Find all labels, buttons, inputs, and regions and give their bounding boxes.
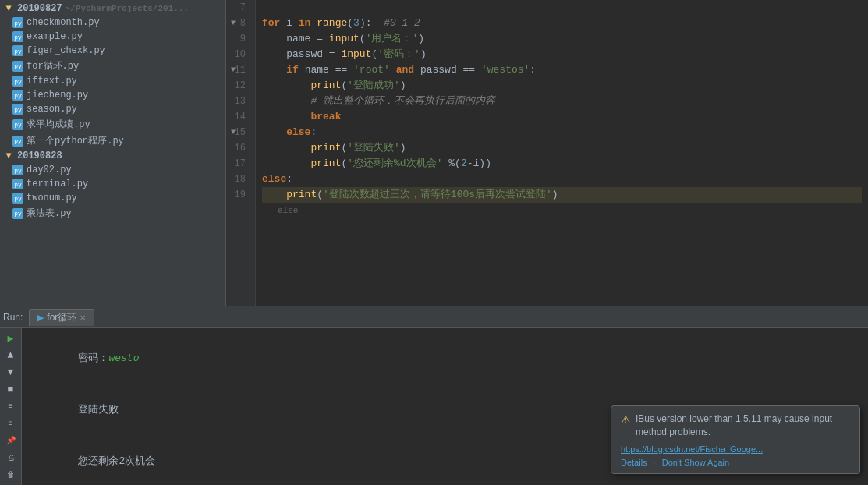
file-label: iftext.py	[27, 76, 77, 87]
line-num-9: 9	[232, 31, 249, 47]
file-label: figer_chexk.py	[27, 45, 105, 56]
folder-open-icon: ▼	[3, 150, 14, 161]
sidebar-item-first-python[interactable]: py 第一个python程序.py	[0, 133, 225, 149]
code-line-14: break	[262, 109, 862, 125]
file-label: checkmonth.py	[27, 17, 100, 28]
folder-20190828[interactable]: ▼ 20190828	[0, 149, 225, 163]
code-line-12: print('登陆成功')	[262, 78, 862, 94]
folder-20190827[interactable]: ▼ 20190827 ~/PycharmProjects/201...	[0, 2, 225, 16]
code-line-7	[262, 0, 862, 16]
run-toolbar: ▶ ▲ ▼ ■ ≡ ≡ 📌 🖨 🗑	[0, 328, 22, 485]
code-line-10: passwd = input('密码：')	[262, 47, 862, 62]
line-num-19: 19	[232, 187, 249, 203]
python-file-icon: py	[12, 136, 23, 147]
notification-header: ⚠ IBus version lower than 1.5.11 may cau…	[621, 412, 850, 439]
line-numbers: 7 ▼ 8 9 10 ▼ 11 12 13 14 ▼ 15 16	[226, 0, 256, 306]
sidebar-item-jiecheng[interactable]: py jiecheng.py	[0, 88, 225, 102]
code-lines: for i in range(3): #0 1 2 name = input('…	[256, 0, 868, 306]
folder-path: ~/PycharmProjects/201...	[66, 4, 189, 13]
file-label: twonum.py	[27, 193, 77, 204]
python-file-icon: py	[12, 31, 23, 42]
code-line-9: name = input('用户名：')	[262, 31, 862, 47]
details-button[interactable]: Details	[621, 458, 647, 467]
python-file-icon: py	[12, 104, 23, 115]
notification-popup: ⚠ IBus version lower than 1.5.11 may cau…	[611, 405, 860, 474]
notification-actions: Details · Don't Show Again	[621, 458, 850, 467]
python-file-icon: py	[12, 76, 23, 87]
file-label: jiecheng.py	[27, 90, 88, 101]
code-editor[interactable]: 7 ▼ 8 9 10 ▼ 11 12 13 14 ▼ 15 16	[226, 0, 868, 306]
code-line-13: # 跳出整个循环，不会再执行后面的内容	[262, 94, 862, 109]
code-line-18: else:	[262, 172, 862, 187]
sidebar-item-checkmonth[interactable]: py checkmonth.py	[0, 16, 225, 30]
line-num-11: ▼ 11	[232, 62, 249, 78]
line-num-16: 16	[232, 140, 249, 156]
python-file-icon: py	[12, 61, 23, 72]
run-tab-bar: Run: ▶ for循环 ✕	[0, 306, 868, 328]
line-num-7: 7	[232, 0, 249, 16]
run-wrap-button[interactable]: ≡	[3, 400, 19, 414]
run-down-button[interactable]: ▼	[3, 366, 19, 380]
file-label: example.py	[27, 31, 83, 42]
run-output: 密码：westo 登陆失败 您还剩余2次机会 用户名：root 密码：westo…	[22, 328, 868, 485]
python-file-icon: py	[12, 90, 23, 101]
line-num-12: 12	[232, 78, 249, 94]
notification-link[interactable]: https://blog.csdn.net/Fischa_Googe...	[621, 444, 763, 454]
sidebar-item-multiplication[interactable]: py 乘法表.py	[0, 205, 225, 221]
folder-open-icon: ▼	[3, 3, 14, 14]
run-label: Run:	[3, 312, 23, 323]
file-label: for循环.py	[27, 59, 79, 73]
python-file-icon: py	[12, 193, 23, 204]
code-line-15: else:	[262, 125, 862, 140]
warning-icon: ⚠	[621, 413, 631, 426]
fold-button-15[interactable]: ▼	[231, 125, 236, 140]
line-num-10: 10	[232, 47, 249, 62]
run-tab-label: for循环	[47, 311, 76, 324]
run-stop-button[interactable]: ■	[3, 383, 19, 397]
line-num-15: ▼ 15	[232, 125, 249, 140]
line-num-8: ▼ 8	[232, 16, 249, 31]
file-label: 求平均成绩.py	[27, 118, 90, 131]
sidebar-item-day02[interactable]: py day02.py	[0, 163, 225, 177]
code-line-8: for i in range(3): #0 1 2	[262, 16, 862, 31]
output-value-pwd1: westo	[108, 352, 139, 364]
output-line-1: 密码：westo	[30, 333, 860, 384]
sidebar-item-example[interactable]: py example.py	[0, 30, 225, 44]
file-tree[interactable]: ▼ 20190827 ~/PycharmProjects/201... py c…	[0, 0, 226, 306]
run-print-button[interactable]: 🖨	[3, 451, 19, 465]
notification-message: IBus version lower than 1.5.11 may cause…	[636, 412, 850, 439]
sidebar-item-for-loop[interactable]: py for循环.py	[0, 58, 225, 74]
sidebar-item-figer-chexk[interactable]: py figer_chexk.py	[0, 44, 225, 58]
sidebar-item-iftext[interactable]: py iftext.py	[0, 74, 225, 88]
fold-button-8[interactable]: ▼	[231, 16, 236, 31]
file-label: 乘法表.py	[27, 207, 72, 220]
run-clear-button[interactable]: 🗑	[3, 468, 19, 482]
sidebar-item-season[interactable]: py season.py	[0, 102, 225, 116]
line-num-18: 18	[232, 172, 249, 187]
run-tab-close[interactable]: ✕	[80, 313, 86, 322]
python-file-icon: py	[12, 208, 23, 219]
run-panel: Run: ▶ for循环 ✕ ▶ ▲ ▼ ■ ≡ ≡ 📌 🖨 🗑 密码：west…	[0, 306, 868, 485]
code-line-19: print('登陆次数超过三次，请等待100s后再次尝试登陆')	[262, 187, 862, 203]
code-line-16: print('登陆失败')	[262, 140, 862, 156]
run-play-button[interactable]: ▶	[3, 331, 19, 345]
python-file-icon: py	[12, 17, 23, 28]
sidebar-item-terminal[interactable]: py terminal.py	[0, 177, 225, 191]
run-up-button[interactable]: ▲	[3, 349, 19, 363]
file-label: 第一个python程序.py	[27, 134, 124, 147]
python-file-icon: py	[12, 45, 23, 56]
line-num-13: 13	[232, 94, 249, 109]
code-line-11: if name == 'root' and passwd == 'westos'…	[262, 62, 862, 78]
folder-label: 20190827	[17, 3, 62, 14]
fold-button-11[interactable]: ▼	[231, 62, 236, 78]
python-file-icon: py	[12, 179, 23, 189]
sidebar-item-average[interactable]: py 求平均成绩.py	[0, 116, 225, 133]
dont-show-button[interactable]: Don't Show Again	[662, 458, 730, 467]
run-settings-button[interactable]: ≡	[3, 416, 19, 430]
line-num-14: 14	[232, 109, 249, 125]
file-label: day02.py	[27, 165, 72, 175]
run-tab[interactable]: ▶ for循环 ✕	[29, 309, 94, 326]
sidebar-item-twonum[interactable]: py twonum.py	[0, 191, 225, 205]
code-line-17: print('您还剩余%d次机会' %(2-i))	[262, 156, 862, 172]
run-pin-button[interactable]: 📌	[3, 434, 19, 448]
